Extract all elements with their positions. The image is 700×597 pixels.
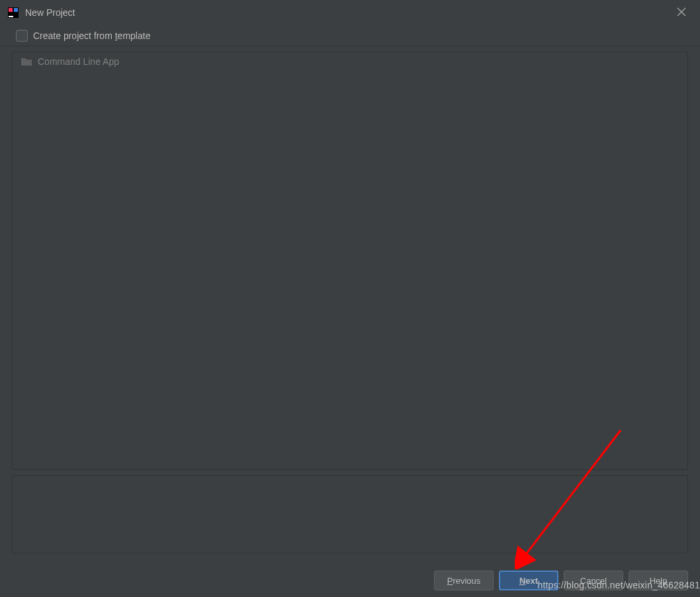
label-text: Create project from xyxy=(33,30,115,41)
close-button[interactable] xyxy=(676,7,687,17)
cancel-button[interactable]: Cancel xyxy=(564,571,623,590)
previous-button[interactable]: Previous xyxy=(434,571,494,590)
btn-text: revious xyxy=(453,576,480,586)
template-checkbox-row: Create project from template xyxy=(0,25,700,46)
app-icon xyxy=(8,7,19,18)
btn-text: Cancel xyxy=(580,576,607,586)
button-row: Previous Next Cancel Help xyxy=(434,571,688,590)
list-item-label: Command Line App xyxy=(38,56,119,67)
btn-text: Help xyxy=(650,576,668,586)
list-item[interactable]: Command Line App xyxy=(13,52,687,71)
title-bar: New Project xyxy=(0,0,700,25)
description-panel xyxy=(12,475,688,553)
label-text: emplate xyxy=(118,30,151,41)
svg-rect-1 xyxy=(9,8,13,12)
template-checkbox-label[interactable]: Create project from template xyxy=(33,30,150,41)
template-list-panel: Command Line App xyxy=(12,52,688,470)
svg-rect-2 xyxy=(14,8,18,12)
close-icon xyxy=(677,7,686,17)
window-title: New Project xyxy=(25,7,75,18)
folder-icon xyxy=(21,57,32,66)
svg-rect-3 xyxy=(9,16,13,17)
template-checkbox[interactable] xyxy=(16,30,28,42)
btn-underline: N xyxy=(519,576,525,586)
help-button[interactable]: Help xyxy=(629,571,688,590)
btn-text: ext xyxy=(525,576,538,586)
next-button[interactable]: Next xyxy=(499,571,558,590)
